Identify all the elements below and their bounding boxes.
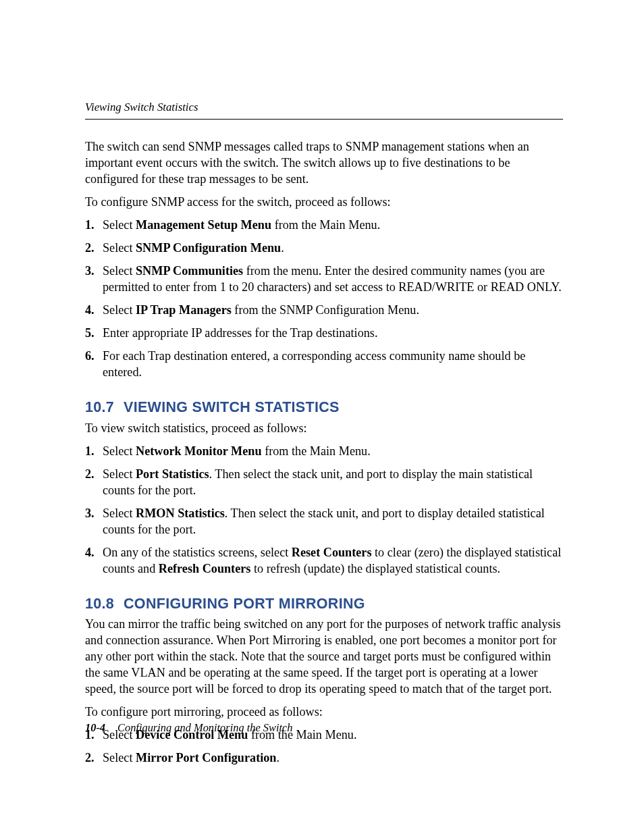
section-heading-10-7: 10.7VIEWING SWITCH STATISTICS (85, 398, 563, 417)
step-number: 1. (85, 443, 103, 459)
list-item: 1. Select Management Setup Menu from the… (85, 217, 563, 233)
section-title: CONFIGURING PORT MIRRORING (124, 596, 365, 612)
intro-lead: To configure SNMP access for the switch,… (85, 194, 563, 210)
step-body: Select Management Setup Menu from the Ma… (103, 217, 563, 233)
page-footer: 10-4Configuring and Monitoring the Switc… (85, 721, 293, 735)
list-item: 3. Select SNMP Communities from the menu… (85, 263, 563, 295)
step-number: 4. (85, 544, 103, 561)
view-stats-steps: 1. Select Network Monitor Menu from the … (85, 443, 563, 577)
step-bold: Port Statistics (136, 467, 209, 481)
list-item: 5. Enter appropriate IP addresses for th… (85, 325, 563, 341)
step-text: Select (103, 467, 136, 481)
list-item: 4. Select IP Trap Managers from the SNMP… (85, 302, 563, 318)
list-item: 3. Select RMON Statistics. Then select t… (85, 505, 563, 538)
step-text: Select (103, 303, 136, 317)
step-text: to refresh (update) the displayed statis… (250, 562, 500, 575)
step-text: Select (103, 506, 136, 520)
step-text: Select (103, 264, 136, 278)
step-body: Select Mirror Port Configuration. (103, 750, 563, 766)
step-bold: Management Setup Menu (136, 218, 271, 232)
step-text: Select (103, 218, 136, 232)
step-number: 1. (85, 217, 103, 233)
step-number: 5. (85, 325, 103, 341)
list-item: 2. Select Port Statistics. Then select t… (85, 466, 563, 498)
step-text: from the Main Menu. (271, 218, 380, 232)
section-title: VIEWING SWITCH STATISTICS (124, 399, 340, 415)
step-body: Select RMON Statistics. Then select the … (103, 505, 563, 538)
step-number: 2. (85, 466, 103, 482)
step-number: 2. (85, 240, 103, 256)
list-item: 2. Select SNMP Configuration Menu. (85, 240, 563, 256)
step-text: . (276, 751, 279, 764)
step-number: 4. (85, 302, 103, 318)
step-bold: RMON Statistics (136, 506, 225, 520)
step-body: For each Trap destination entered, a cor… (103, 348, 563, 380)
step-body: Enter appropriate IP addresses for the T… (103, 325, 563, 341)
step-bold: SNMP Communities (136, 264, 243, 278)
section-number: 10.7 (85, 399, 114, 415)
page-number: 10-4 (85, 721, 105, 734)
step-body: Select IP Trap Managers from the SNMP Co… (103, 302, 563, 318)
list-item: 6. For each Trap destination entered, a … (85, 348, 563, 380)
step-body: On any of the statistics screens, select… (103, 544, 563, 577)
step-text: On any of the statistics screens, select (103, 546, 292, 559)
intro-paragraph: The switch can send SNMP messages called… (85, 138, 563, 187)
sec108-paragraph: You can mirror the traffic being switche… (85, 616, 563, 697)
step-body: Select Port Statistics. Then select the … (103, 466, 563, 498)
step-text: Select (103, 751, 136, 764)
step-body: Select SNMP Communities from the menu. E… (103, 263, 563, 295)
step-text: . (281, 241, 284, 255)
sec107-lead: To view switch statistics, proceed as fo… (85, 420, 563, 436)
step-text: Select (103, 444, 136, 458)
running-head: Viewing Switch Statistics (85, 100, 563, 120)
list-item: 2. Select Mirror Port Configuration. (85, 750, 563, 766)
step-text: from the SNMP Configuration Menu. (232, 303, 419, 317)
page: Viewing Switch Statistics The switch can… (0, 0, 644, 834)
step-bold: Refresh Counters (159, 562, 251, 575)
step-bold: IP Trap Managers (136, 303, 232, 317)
list-item: 4. On any of the statistics screens, sel… (85, 544, 563, 577)
list-item: 1. Select Network Monitor Menu from the … (85, 443, 563, 459)
step-bold: SNMP Configuration Menu (136, 241, 281, 255)
section-number: 10.8 (85, 596, 114, 612)
step-text: For each Trap destination entered, a cor… (103, 349, 525, 379)
step-text: Select (103, 241, 136, 255)
step-body: Select SNMP Configuration Menu. (103, 240, 563, 256)
step-number: 2. (85, 750, 103, 766)
step-number: 3. (85, 263, 103, 279)
step-bold: Mirror Port Configuration (136, 751, 276, 764)
footer-title: Configuring and Monitoring the Switch (117, 721, 293, 734)
step-text: Enter appropriate IP addresses for the T… (103, 326, 377, 340)
step-body: Select Network Monitor Menu from the Mai… (103, 443, 563, 459)
step-number: 6. (85, 348, 103, 364)
section-heading-10-8: 10.8CONFIGURING PORT MIRRORING (85, 594, 563, 613)
step-number: 3. (85, 505, 103, 521)
step-bold: Reset Counters (292, 546, 372, 559)
step-bold: Network Monitor Menu (136, 444, 262, 458)
step-text: from the Main Menu. (262, 444, 371, 458)
snmp-steps: 1. Select Management Setup Menu from the… (85, 217, 563, 380)
sec108-lead: To configure port mirroring, proceed as … (85, 704, 563, 720)
